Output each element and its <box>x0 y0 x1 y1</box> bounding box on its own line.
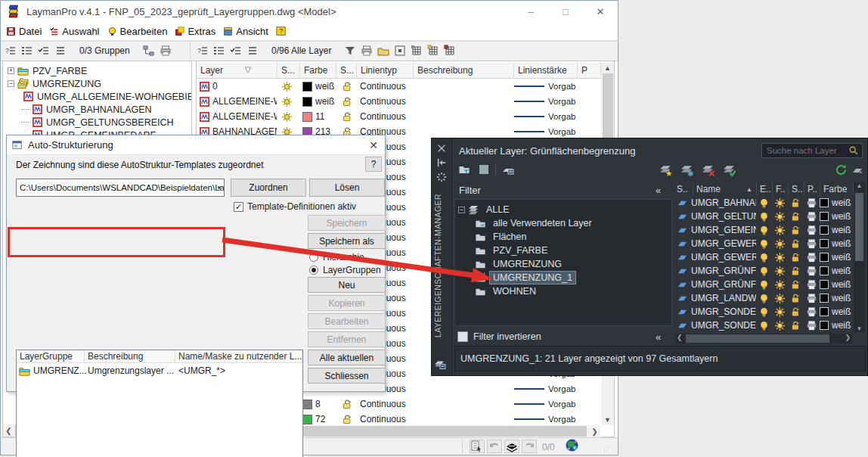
on-bulb-icon[interactable] <box>758 197 770 209</box>
new-layer-icon[interactable] <box>659 163 672 176</box>
multi-list-icon[interactable] <box>212 43 227 58</box>
palette-layer-row[interactable]: UMGR_LANDWIRTSCHAFTweiß <box>674 291 854 305</box>
unlock-icon[interactable] <box>790 306 801 318</box>
table-row[interactable]: 0weißContinuousVorgab <box>197 79 601 94</box>
palette-layer-row[interactable]: UMGR_GELTUNGSBEREICHweiß <box>674 210 854 223</box>
layergrid-dark-icon[interactable] <box>442 43 457 58</box>
multi-list-icon[interactable] <box>20 43 35 58</box>
loesen-button[interactable]: Lösen <box>309 179 385 197</box>
layer-list-hscrollbar[interactable]: ❮ ❯ <box>675 334 852 344</box>
color-cell[interactable]: 11 <box>302 109 337 124</box>
palette-layer-row[interactable]: UMGR_GRÜNFLÄCHE_ÖFFENT...weiß <box>674 278 854 291</box>
on-bulb-icon[interactable] <box>758 320 770 331</box>
check-list-icon[interactable] <box>36 43 51 58</box>
filter-item-umgrenzung[interactable]: UMGRENZUNG <box>455 257 671 271</box>
maximize-button[interactable]: □ <box>548 1 583 22</box>
on-bulb-icon[interactable] <box>758 266 770 277</box>
palette-layer-row[interactable]: UMGR_GEWERBLICHE-BAUFLÄ...weiß <box>674 250 854 264</box>
color-cell[interactable]: weiß <box>302 94 337 109</box>
undo-icon[interactable] <box>487 440 502 453</box>
template-active-checkbox[interactable]: ✓ Template-Definitionen aktiv <box>234 201 356 212</box>
table-column-layer[interactable]: Layer <box>197 63 277 77</box>
menu-item-ansicht[interactable]: Ansicht <box>221 24 274 39</box>
plane-icon[interactable] <box>851 163 864 176</box>
color-swatch[interactable] <box>820 198 829 207</box>
layergruppen-radio[interactable]: LayerGruppen <box>309 265 381 275</box>
plot-printer-icon[interactable] <box>806 238 817 250</box>
thaw-sun-icon[interactable] <box>281 94 293 109</box>
unlock-icon[interactable] <box>790 266 801 277</box>
unlock-icon[interactable] <box>790 320 801 331</box>
bottom-collapse-icon[interactable]: « <box>656 331 659 343</box>
thaw-sun-icon[interactable] <box>774 225 786 236</box>
color-cell[interactable]: weiß <box>302 79 337 94</box>
list-column-4[interactable]: S.. <box>789 182 804 196</box>
table-column-s[interactable]: S... <box>336 63 357 77</box>
table-column-farbe[interactable]: Farbe <box>300 63 336 77</box>
thaw-sun-icon[interactable] <box>281 79 293 94</box>
folder-open-icon[interactable] <box>376 43 391 58</box>
zuordnen-button[interactable]: Zuordnen <box>231 179 306 197</box>
palette-close-icon[interactable] <box>436 142 448 154</box>
color-swatch[interactable] <box>820 307 829 316</box>
menu-item-hilfe[interactable]: ? <box>274 24 292 38</box>
palette-properties-icon[interactable] <box>436 171 448 183</box>
table-row[interactable]: ALLGEMEINE-W...weißContinuousVorgab <box>197 94 601 109</box>
filter-item-alle verwendeten layer[interactable]: alle Verwendeten Layer <box>455 216 671 230</box>
thaw-sun-icon[interactable] <box>281 109 293 124</box>
layer-list-vscrollbar[interactable]: ▲ ▼ <box>854 182 865 332</box>
filter-item-alle[interactable]: −ALLE <box>455 203 671 216</box>
plain-list-icon[interactable] <box>53 43 68 58</box>
dialog-help-button[interactable]: ? <box>365 157 382 172</box>
unlock-icon[interactable] <box>790 279 801 291</box>
filter-item-pzv_farbe[interactable]: PZV_FARBE <box>455 244 671 257</box>
palette-layer-row[interactable]: UMGR_GEMEINBEDARFweiß <box>674 223 854 237</box>
color-swatch[interactable] <box>820 239 829 248</box>
plot-printer-icon[interactable] <box>806 266 817 277</box>
unlock-icon[interactable] <box>342 109 353 124</box>
folder-icon[interactable] <box>477 163 491 176</box>
palette-layer-row[interactable]: UMGR_BAHNANLAGENweiß <box>674 196 854 210</box>
list-column-2[interactable]: E.. <box>757 182 773 196</box>
thaw-sun-icon[interactable] <box>774 293 786 304</box>
menu-item-extras[interactable]: Extras <box>172 24 221 39</box>
layer-list-tool-icon[interactable] <box>470 440 485 453</box>
thaw-sun-icon[interactable] <box>774 211 786 222</box>
dialog-list-row[interactable]: UMGRENZ...Umgrenzungslayer ...<UMGR_*> <box>17 364 302 378</box>
color-swatch[interactable] <box>820 321 829 330</box>
filter-item-umgrenzung_1[interactable]: UMGRENZUNG_1 <box>455 271 671 284</box>
hierarchie-radio[interactable]: Hierarchie <box>309 252 364 263</box>
tree-icon[interactable] <box>141 43 157 58</box>
delete-layer-icon[interactable] <box>701 163 715 176</box>
dialog-close-icon[interactable]: ✕ <box>369 139 378 151</box>
tree-item-umgrenzung[interactable]: −UMGRENZUNG <box>3 77 191 90</box>
unlock-icon[interactable] <box>342 94 353 109</box>
thaw-sun-icon[interactable] <box>774 279 786 291</box>
menu-item-bearbeiten[interactable]: Bearbeiten <box>105 24 173 39</box>
on-bulb-icon[interactable] <box>758 211 770 222</box>
on-bulb-icon[interactable] <box>758 293 770 304</box>
thaw-sun-icon[interactable] <box>774 197 786 209</box>
palette-layer-row[interactable]: UMGR_GEWERBEGEBIETEweiß <box>674 237 854 250</box>
table-column-s[interactable]: S... <box>277 63 300 77</box>
layergrid-yellow-icon[interactable] <box>426 43 441 58</box>
color-swatch[interactable] <box>820 280 829 289</box>
table-column-linienstärke[interactable]: Linienstärke <box>514 63 578 77</box>
check-list-icon[interactable] <box>228 43 243 58</box>
set-current-icon[interactable] <box>722 163 736 176</box>
speichern-als-button[interactable]: Speichern als <box>308 233 386 249</box>
palette-layer-row[interactable]: UMGR_SONDERBAUFL-SONSTI...weiß <box>674 319 854 332</box>
list-column-0[interactable]: S.. <box>674 182 693 196</box>
color-swatch[interactable] <box>820 225 829 235</box>
dialog-list-column-0[interactable]: LayerGruppe <box>17 350 85 363</box>
printer-icon[interactable] <box>158 43 173 58</box>
schliessen-button[interactable]: Schliessen <box>308 368 386 384</box>
globe-icon[interactable] <box>565 438 579 452</box>
color-swatch[interactable] <box>820 253 829 262</box>
table-column-linientyp[interactable]: Linientyp <box>357 63 414 77</box>
funnel-icon[interactable] <box>343 43 358 58</box>
unlock-icon[interactable] <box>342 79 353 94</box>
refresh-icon[interactable] <box>834 163 848 176</box>
on-bulb-icon[interactable] <box>758 225 770 236</box>
plot-printer-icon[interactable] <box>806 306 817 318</box>
